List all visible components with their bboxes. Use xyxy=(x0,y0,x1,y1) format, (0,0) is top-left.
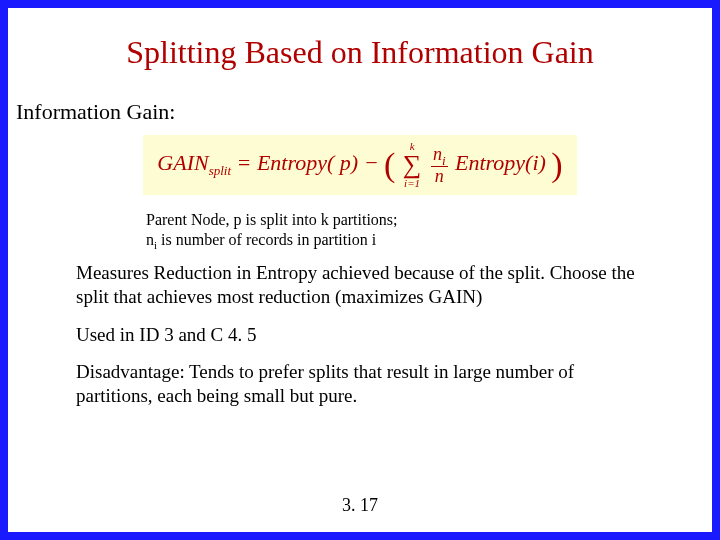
entropy-arg-p: ( p) xyxy=(327,150,358,175)
note-line-1: Parent Node, p is split into k partition… xyxy=(146,211,684,229)
fraction-den: n xyxy=(431,167,448,185)
formula-container: GAINsplit = Entropy( p) − ( k ∑ i=1 ni n… xyxy=(36,135,684,195)
fraction-num: ni xyxy=(431,145,448,168)
page-number: 3. 17 xyxy=(8,495,712,516)
lhs-sub: split xyxy=(209,163,231,178)
section-heading: Information Gain: xyxy=(16,99,684,125)
note-line-2: ni is number of records in partition i xyxy=(146,231,684,251)
lhs-main: GAIN xyxy=(157,150,208,175)
entropy-fn-1: Entropy xyxy=(257,150,327,175)
left-paren: ( xyxy=(384,146,395,183)
minus: − xyxy=(364,150,384,175)
body-p2: Used in ID 3 and C 4. 5 xyxy=(76,323,644,347)
sum-lower: i=1 xyxy=(403,178,422,189)
entropy-arg-i: (i) xyxy=(525,150,546,175)
slide-title: Splitting Based on Information Gain xyxy=(36,34,684,71)
body-p1: Measures Reduction in Entropy achieved b… xyxy=(76,261,644,309)
summation: k ∑ i=1 xyxy=(403,141,422,189)
right-paren: ) xyxy=(551,146,562,183)
entropy-fn-2: Entropy xyxy=(455,150,525,175)
slide-frame: Splitting Based on Information Gain Info… xyxy=(0,0,720,540)
body-text: Measures Reduction in Entropy achieved b… xyxy=(76,261,644,408)
gain-formula: GAINsplit = Entropy( p) − ( k ∑ i=1 ni n… xyxy=(143,135,576,195)
equals: = xyxy=(237,150,257,175)
fraction: ni n xyxy=(431,145,448,186)
sigma-icon: ∑ xyxy=(403,150,422,179)
body-p3: Disadvantage: Tends to prefer splits tha… xyxy=(76,360,644,408)
